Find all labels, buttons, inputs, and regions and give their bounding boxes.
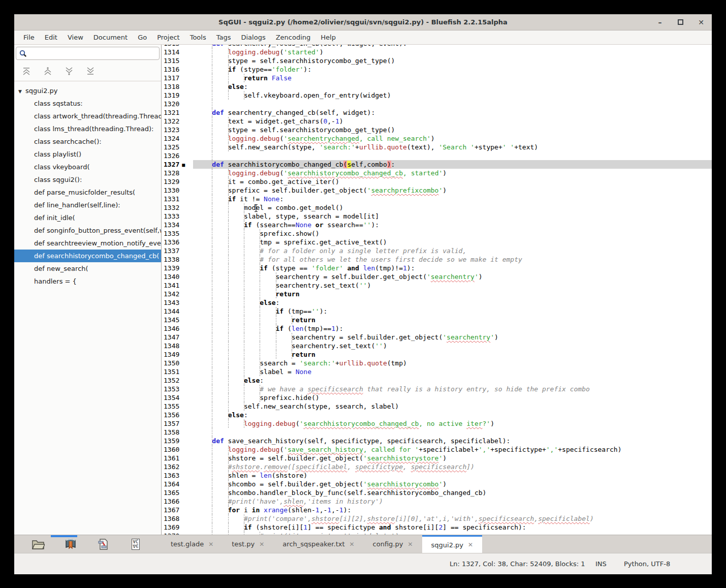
first-bookmark-icon[interactable] (19, 64, 34, 78)
line-number[interactable]: 1363 (162, 471, 193, 480)
tree-item[interactable]: class sqstatus: (14, 97, 161, 110)
line-number[interactable]: 1340 (162, 272, 193, 281)
line-number[interactable]: 1366 (162, 497, 193, 506)
previous-bookmark-icon[interactable] (41, 64, 55, 78)
tab-close-icon[interactable]: ✕ (259, 541, 264, 548)
document-tab-test.py[interactable]: test.py✕ (223, 535, 273, 553)
code-line[interactable]: 1322 text = widget.get_chars(0,-1) (162, 117, 712, 126)
line-number[interactable]: 1368 (162, 514, 193, 523)
line-number[interactable]: 1329 (162, 177, 193, 186)
code-line[interactable]: 1329 it = combo.get_active_iter() (162, 177, 712, 186)
line-number[interactable]: 1367 (162, 506, 193, 514)
code-editor[interactable]: 1313 def searchentry_focus_in_cb(self, w… (162, 45, 712, 535)
line-number[interactable]: 1350 (162, 359, 193, 367)
menu-tags[interactable]: Tags (211, 32, 236, 43)
code-line[interactable]: 1351 slabel = None (162, 367, 712, 376)
line-number[interactable]: 1337 (162, 246, 193, 255)
line-number[interactable]: 1316 (162, 65, 193, 74)
code-line[interactable]: 1345 return (162, 316, 712, 324)
code-line[interactable]: 1363 shlen = len(shstore) (162, 471, 712, 480)
line-number[interactable]: 1346 (162, 324, 193, 333)
code-line[interactable]: 1364 shcombo = self.builder.get_object('… (162, 480, 712, 488)
line-number[interactable]: 1342 (162, 290, 193, 298)
menu-view[interactable]: View (62, 32, 88, 43)
tree-item[interactable]: def searchtreeview_motion_notify_eve (14, 237, 161, 250)
code-line[interactable]: 1333 slabel, stype, ssearch = model[it] (162, 212, 712, 221)
tree-item[interactable]: def init_idle( (14, 211, 161, 224)
line-number[interactable]: 1339 (162, 264, 193, 272)
code-line[interactable]: 1323 stype = self.searchhistorycombo_get… (162, 126, 712, 134)
code-line[interactable]: 1317 return False (162, 74, 712, 82)
line-number[interactable]: 1360 (162, 445, 193, 454)
line-number[interactable]: 1321 (162, 108, 193, 117)
code-line[interactable]: 1368 #print('compare',shstore[i][2],shst… (162, 514, 712, 523)
line-number[interactable]: 1358 (162, 428, 193, 437)
code-line[interactable]: 1340 searchentry = self.builder.get_obje… (162, 272, 712, 281)
code-line[interactable]: 1344 if (tmp==''): (162, 307, 712, 316)
tree-item[interactable]: def line_handler(self,line): (14, 199, 161, 211)
title-bar[interactable]: SqGUI - sqgui2.py (/home2/olivier/sqgui/… (14, 14, 712, 30)
tree-item[interactable]: def songinfo_button_press_event(self,w (14, 224, 161, 237)
code-line[interactable]: 1337 # for a folder only a single letter… (162, 246, 712, 255)
line-number[interactable]: 1369 (162, 523, 193, 532)
line-number[interactable]: 1348 (162, 342, 193, 350)
line-number[interactable]: 1328 (162, 169, 193, 177)
document-tab-test.glade[interactable]: test.glade✕ (162, 535, 223, 553)
file-browser-icon[interactable] (30, 538, 46, 551)
code-line[interactable]: 1330 sprefixc = self.builder.get_object(… (162, 186, 712, 195)
code-line[interactable]: 1328 logging.debug('searchhistorycombo_c… (162, 169, 712, 177)
line-number[interactable]: 1341 (162, 281, 193, 290)
line-number[interactable]: 1325 (162, 143, 193, 151)
line-number[interactable]: 1335 (162, 229, 193, 238)
expander-icon[interactable]: ▼ (18, 85, 25, 97)
line-number[interactable]: 1338 (162, 255, 193, 264)
line-number[interactable]: 1347 (162, 333, 193, 342)
tab-close-icon[interactable]: ✕ (350, 541, 355, 548)
line-number[interactable]: 1353 (162, 385, 193, 393)
line-number[interactable]: 1322 (162, 117, 193, 126)
line-number[interactable]: 1364 (162, 480, 193, 488)
charmap-icon[interactable]: ∀C ∇∈ (128, 538, 143, 551)
line-number[interactable]: 1326 (162, 151, 193, 160)
maximize-button[interactable] (678, 19, 683, 25)
line-number[interactable]: 1315 (162, 56, 193, 65)
tree-item[interactable]: class artwork_thread(threading.Thread (14, 110, 161, 122)
code-line[interactable]: 1343 else: (162, 298, 712, 307)
menu-help[interactable]: Help (315, 32, 341, 43)
symbol-search-box[interactable] (16, 47, 160, 60)
menu-document[interactable]: Document (88, 32, 133, 43)
code-line[interactable]: 1339 if (stype == 'folder' and len(tmp)!… (162, 264, 712, 272)
line-number[interactable]: 1354 (162, 393, 193, 402)
tree-item[interactable]: class searchcache(): (14, 135, 161, 148)
line-number[interactable]: 1359 (162, 437, 193, 445)
tree-item[interactable]: def new_search( (14, 262, 161, 275)
code-line[interactable]: 1321 def searchentry_changed_cb(self, wi… (162, 108, 712, 117)
code-line[interactable]: 1324 logging.debug('searchentrychanged, … (162, 134, 712, 143)
document-tab-arch_sqspeaker.txt[interactable]: arch_sqspeaker.txt✕ (273, 535, 363, 553)
code-line[interactable]: 1316 if (stype=='folder'): (162, 65, 712, 74)
code-line[interactable]: 1367 for i in xrange(shlen-1,-1,-1): (162, 506, 712, 514)
tree-item[interactable]: class lms_thread(threading.Thread): (14, 122, 161, 135)
menu-file[interactable]: File (18, 32, 40, 43)
menu-tools[interactable]: Tools (185, 32, 211, 43)
tree-item[interactable]: class vkeyboard( (14, 161, 161, 173)
line-number[interactable]: 1334 (162, 221, 193, 229)
code-line[interactable]: 1348 searchentry.set_text('') (162, 342, 712, 350)
code-line[interactable]: 1314 logging.debug('started') (162, 48, 712, 56)
line-number[interactable]: 1317 (162, 74, 193, 82)
menu-zencoding[interactable]: Zencoding (271, 32, 316, 43)
code-line[interactable]: 1341 searchentry.set_text('') (162, 281, 712, 290)
line-number[interactable]: 1356 (162, 411, 193, 419)
line-number[interactable]: 1355 (162, 402, 193, 411)
search-input[interactable] (30, 50, 156, 57)
line-number[interactable]: 1343 (162, 298, 193, 307)
line-number[interactable]: 1349 (162, 350, 193, 359)
code-line[interactable]: 1318 else: (162, 82, 712, 91)
line-number[interactable]: 1357 (162, 419, 193, 428)
code-line[interactable]: 1346 if (len(tmp)==1): (162, 324, 712, 333)
tree-item[interactable]: handlers = { (14, 275, 161, 288)
code-line[interactable]: 1335 sprefixc.show() (162, 229, 712, 238)
line-number[interactable]: 1327■ (162, 160, 193, 169)
code-line[interactable]: 1332 model = combo.get_model() (162, 203, 712, 212)
code-line[interactable]: 1359 def save_search_history(self, speci… (162, 437, 712, 445)
